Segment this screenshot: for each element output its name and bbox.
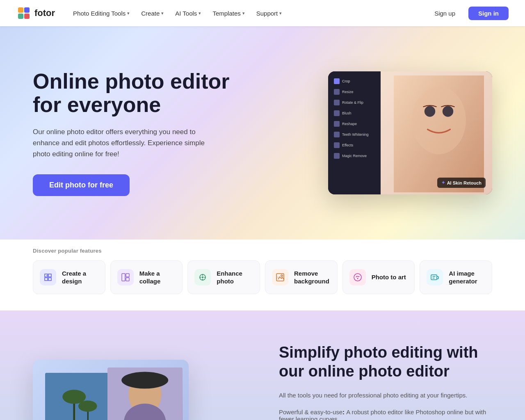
chevron-down-icon: ▾	[279, 11, 282, 16]
nav-item-create[interactable]: Create ▾	[136, 7, 169, 20]
section2-intro: All the tools you need for professional …	[279, 390, 492, 400]
sidebar-tool-effects: Effects	[331, 140, 377, 150]
svg-point-8	[443, 106, 453, 116]
hero-right: Crop Resize Rotate & Flip Blush Reshape	[246, 71, 492, 194]
remove-background-icon	[272, 269, 288, 285]
feature-card-create-design[interactable]: Create a design	[33, 260, 105, 294]
svg-rect-3	[18, 14, 23, 19]
section2-feature-powerful: Powerful & easy-to-use: A robust photo e…	[279, 409, 492, 420]
svg-rect-18	[431, 275, 437, 280]
svg-point-6	[412, 87, 466, 154]
svg-rect-11	[126, 274, 129, 277]
sparkle-icon: ✦	[441, 180, 445, 185]
sidebar-tool-reshape: Reshape	[331, 119, 377, 129]
features-label: Discover popular features	[33, 248, 492, 254]
sidebar-tool-blush: Blush	[331, 108, 377, 118]
logo[interactable]: fotor	[16, 6, 55, 21]
create-design-icon	[40, 269, 56, 285]
svg-point-26	[78, 401, 97, 412]
hero-title: Online photo editor for everyone	[33, 70, 246, 116]
chevron-down-icon: ▾	[161, 11, 164, 16]
svg-point-17	[357, 278, 358, 279]
collage-photo-trees	[45, 373, 111, 420]
hero-description: Our online photo editor offers everythin…	[33, 126, 221, 160]
section2-title: Simplify photo editing with our online p…	[279, 343, 492, 381]
chevron-down-icon: ▾	[199, 11, 201, 16]
nav-item-ai-tools[interactable]: AI Tools ▾	[170, 7, 206, 20]
feature-card-ai-image-generator[interactable]: AI image generator	[420, 260, 492, 294]
enhance-photo-label: Enhance photo	[217, 269, 253, 285]
sidebar-tool-crop: Crop	[331, 76, 377, 86]
features-grid: Create a design Make a collage Enhance p…	[33, 260, 492, 294]
make-collage-icon	[117, 269, 134, 285]
chevron-down-icon: ▾	[242, 11, 245, 16]
photo-to-art-label: Photo to art	[372, 273, 406, 281]
nav-links: Photo Editing Tools ▾ Create ▾ AI Tools …	[68, 7, 426, 20]
hero-left: Online photo editor for everyone Our onl…	[33, 70, 246, 196]
photo-to-art-icon	[349, 269, 366, 285]
section2: Freeform 1:1 2x1 16:9 Simplify photo edi…	[0, 310, 525, 420]
svg-point-14	[202, 276, 203, 278]
signup-button[interactable]: Sign up	[426, 7, 463, 20]
nav-item-photo-editing-tools[interactable]: Photo Editing Tools ▾	[68, 7, 135, 20]
features-bar: Discover popular features Create a desig…	[0, 240, 525, 310]
remove-background-label: Remove background	[294, 269, 331, 285]
ai-image-generator-label: AI image generator	[449, 269, 485, 285]
nav-actions: Sign up Sign in	[426, 7, 509, 20]
hero-section: Online photo editor for everyone Our onl…	[0, 26, 525, 240]
section2-preview: Freeform 1:1 2x1 16:9	[33, 360, 246, 420]
svg-rect-12	[126, 278, 129, 281]
make-collage-label: Make a collage	[139, 269, 176, 285]
navbar: fotor Photo Editing Tools ▾ Create ▾ AI …	[0, 0, 525, 26]
nav-item-templates[interactable]: Templates ▾	[208, 7, 249, 20]
svg-rect-1	[18, 7, 23, 13]
section2-content: Simplify photo editing with our online p…	[279, 343, 492, 420]
collage-preview: Freeform 1:1 2x1 16:9	[33, 360, 189, 420]
svg-point-29	[122, 372, 169, 389]
enhance-photo-icon	[194, 269, 211, 285]
collage-photo-woman	[107, 368, 182, 420]
sidebar-tool-magic-remove: Magic Remove	[331, 151, 377, 161]
feature-card-remove-background[interactable]: Remove background	[265, 260, 338, 294]
logo-text: fotor	[34, 8, 55, 18]
svg-point-7	[425, 106, 435, 116]
create-design-label: Create a design	[62, 269, 98, 285]
ai-badge: ✦ AI Skin Retouch	[437, 178, 486, 188]
ai-image-generator-icon	[427, 269, 443, 285]
hero-editor-preview: Crop Resize Rotate & Flip Blush Reshape	[328, 71, 492, 194]
chevron-down-icon: ▾	[127, 11, 130, 16]
feature-card-enhance-photo[interactable]: Enhance photo	[187, 260, 260, 294]
hero-face-img	[394, 75, 484, 192]
signin-button[interactable]: Sign in	[468, 7, 509, 20]
hero-editor-sidebar: Crop Resize Rotate & Flip Blush Reshape	[328, 71, 381, 194]
nav-item-support[interactable]: Support ▾	[251, 7, 287, 20]
svg-rect-2	[24, 7, 30, 13]
svg-point-16	[281, 275, 283, 276]
svg-rect-10	[122, 274, 125, 281]
sidebar-tool-resize: Resize	[331, 87, 377, 97]
sidebar-tool-rotate: Rotate & Flip	[331, 98, 377, 107]
svg-rect-4	[24, 14, 30, 19]
hero-cta-button[interactable]: Edit photo for free	[33, 174, 130, 196]
feature-card-photo-to-art[interactable]: Photo to art	[342, 260, 415, 294]
feature-card-make-collage[interactable]: Make a collage	[110, 260, 183, 294]
sidebar-tool-teeth: Teeth Whitening	[331, 130, 377, 139]
feature-powerful-title: Powerful & easy-to-use: A robust photo e…	[279, 409, 492, 420]
